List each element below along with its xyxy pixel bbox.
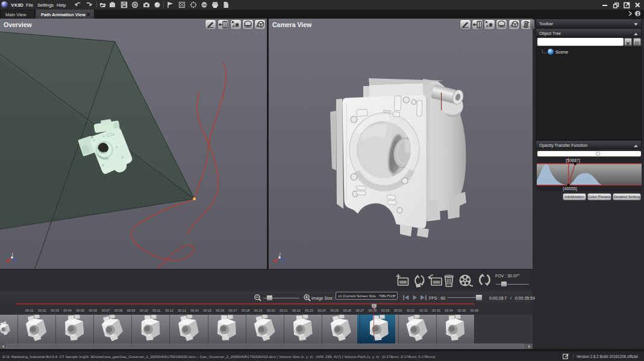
svg-text:[46555]: [46555] bbox=[563, 187, 577, 191]
svg-text:[50887]: [50887] bbox=[566, 158, 580, 163]
